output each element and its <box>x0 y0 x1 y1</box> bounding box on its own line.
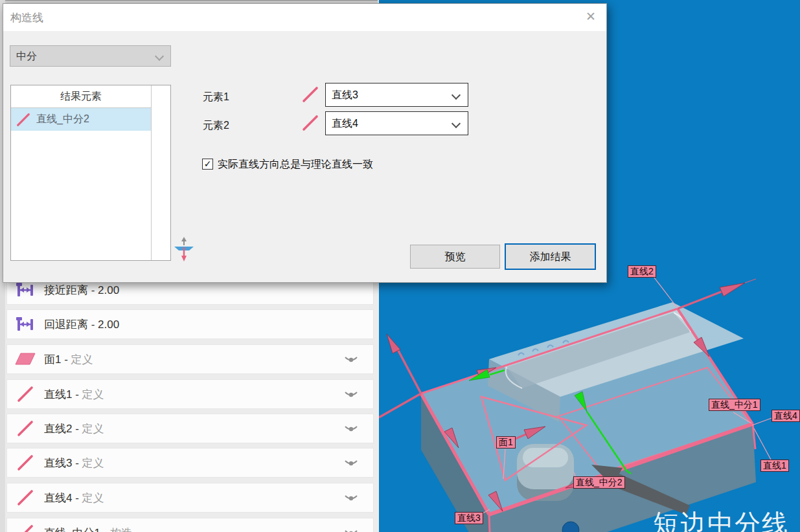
result-list-item-selected[interactable]: 直线_中分2 <box>11 108 151 131</box>
feature-row-line1[interactable]: 直线1 - 定义 <box>6 379 374 409</box>
element1-dropdown-value: 直线3 <box>332 89 358 100</box>
list-column-divider <box>151 85 152 260</box>
row-label: 直线1 - <box>44 388 82 401</box>
dialog-title: 构造线 <box>10 10 43 25</box>
row-value: 定义 <box>82 388 104 401</box>
distance-icon <box>15 316 36 333</box>
row-value: 定义 <box>82 457 104 469</box>
feature-row-line4[interactable]: 直线4 - 定义 <box>6 483 374 513</box>
line-icon <box>15 454 36 471</box>
row-label: 直线4 - <box>44 492 82 504</box>
line-icon <box>301 114 319 132</box>
bisect-midline-icon <box>174 237 194 261</box>
viewport-caption: 短边中分线 <box>653 506 789 532</box>
viewport-label-line4[interactable]: 直线4 <box>771 410 800 422</box>
direction-checkbox-label: 实际直线方向总是与理论直线一致 <box>218 158 373 172</box>
visibility-eye-icon[interactable] <box>343 493 359 503</box>
line-icon <box>16 112 31 127</box>
chevron-down-icon <box>451 119 461 128</box>
viewport-label-line3[interactable]: 直线3 <box>455 512 483 524</box>
dialog-title-bar[interactable]: 构造线 ✕ <box>3 4 606 31</box>
row-value: 定义 <box>82 423 104 435</box>
chevron-down-icon <box>155 52 164 61</box>
row-label: 面1 - <box>44 353 71 366</box>
viewport-label-line2[interactable]: 直线2 <box>628 265 656 278</box>
feature-row-retract-distance[interactable]: 回退距离 - 2.00 <box>6 309 374 339</box>
viewport-label-plane1[interactable]: 面1 <box>496 436 516 449</box>
visibility-eye-icon[interactable] <box>343 354 359 364</box>
result-list[interactable]: 结果元素 直线_中分2 <box>10 85 171 261</box>
app-window: 直线2 直线_中分1 直线4 面1 直线1 直线_中分2 直线3 短边中分线 接… <box>0 0 800 532</box>
direction-checkbox[interactable]: ✓ <box>202 159 213 170</box>
result-item-label: 直线_中分2 <box>36 113 89 126</box>
result-list-header: 结果元素 <box>11 85 151 108</box>
element2-label: 元素2 <box>203 119 229 133</box>
feature-row-plane1[interactable]: 面1 - 定义 <box>6 344 374 374</box>
line-icon <box>301 85 319 104</box>
distance-icon <box>15 282 36 298</box>
visibility-eye-icon[interactable] <box>343 389 359 399</box>
row-label: 直线3 - <box>44 457 82 469</box>
row-value: 构造 <box>110 527 132 532</box>
element1-label: 元素1 <box>203 91 229 104</box>
row-value: 定义 <box>71 353 93 366</box>
row-value: 2.00 <box>98 284 119 296</box>
preview-button[interactable]: 预览 <box>410 245 500 269</box>
row-label: 回退距离 - <box>44 318 98 331</box>
add-result-button[interactable]: 添加结果 <box>505 243 596 270</box>
chevron-down-icon <box>451 91 461 100</box>
line-icon <box>15 420 36 437</box>
element1-dropdown[interactable]: 直线3 <box>325 83 468 107</box>
row-label: 直线_中分1 - <box>44 527 110 532</box>
row-label: 接近距离 - <box>44 284 98 296</box>
line-icon <box>15 489 36 506</box>
element2-dropdown-value: 直线4 <box>332 118 358 129</box>
method-dropdown-value: 中分 <box>16 50 37 61</box>
viewport-label-midline1[interactable]: 直线_中分1 <box>709 399 760 411</box>
feature-row-midline1[interactable]: 直线_中分1 - 构造 <box>6 518 374 532</box>
row-value: 定义 <box>82 492 104 504</box>
construct-line-dialog: 构造线 ✕ 中分 结果元素 直线_中分2 元素1 <box>3 3 607 283</box>
element2-dropdown[interactable]: 直线4 <box>325 111 468 135</box>
visibility-eye-icon[interactable] <box>343 458 359 468</box>
line-icon <box>15 386 36 403</box>
row-value: 2.00 <box>98 318 119 331</box>
row-label: 直线2 - <box>44 423 82 435</box>
feature-row-line3[interactable]: 直线3 - 定义 <box>6 448 374 478</box>
method-dropdown[interactable]: 中分 <box>10 45 171 67</box>
visibility-eye-icon[interactable] <box>343 423 359 434</box>
plane-icon <box>15 351 36 368</box>
viewport-label-midline2[interactable]: 直线_中分2 <box>573 476 625 489</box>
line-icon <box>15 524 36 532</box>
viewport-label-line1[interactable]: 直线1 <box>760 460 789 472</box>
close-icon[interactable]: ✕ <box>584 10 598 24</box>
visibility-eye-icon[interactable] <box>343 527 359 532</box>
feature-row-line2[interactable]: 直线2 - 定义 <box>6 414 374 443</box>
